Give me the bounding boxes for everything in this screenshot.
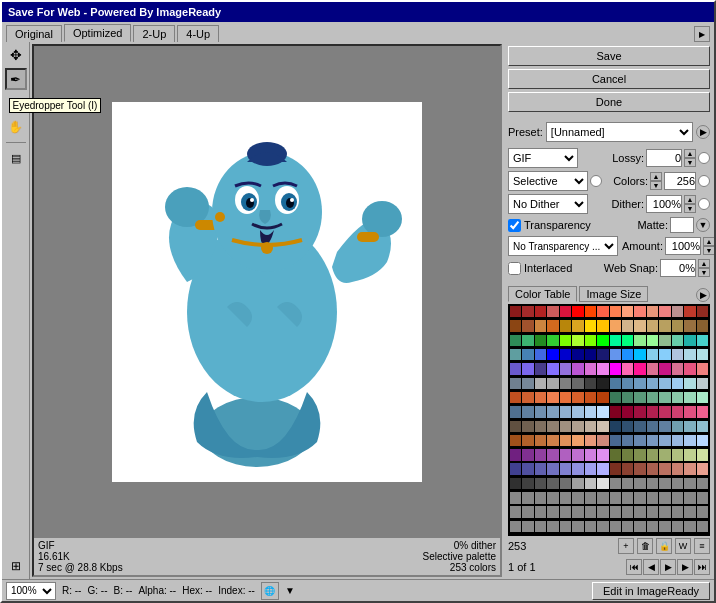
color-cell[interactable]	[684, 320, 695, 331]
color-cell[interactable]	[684, 335, 695, 346]
color-cell[interactable]	[610, 521, 621, 532]
color-cell[interactable]	[684, 521, 695, 532]
color-cell[interactable]	[610, 320, 621, 331]
color-cell[interactable]	[597, 478, 608, 489]
save-button[interactable]: Save	[508, 46, 710, 66]
color-cell[interactable]	[535, 320, 546, 331]
color-cell[interactable]	[634, 320, 645, 331]
color-cell[interactable]	[684, 506, 695, 517]
color-cell[interactable]	[535, 449, 546, 460]
color-cell[interactable]	[560, 478, 571, 489]
color-cell[interactable]	[659, 349, 670, 360]
color-cell[interactable]	[672, 421, 683, 432]
color-cell[interactable]	[684, 463, 695, 474]
color-cell[interactable]	[535, 435, 546, 446]
preview-expand-btn[interactable]: ▶	[694, 26, 710, 42]
color-cell[interactable]	[634, 392, 645, 403]
color-cell[interactable]	[697, 406, 708, 417]
color-cell[interactable]	[597, 506, 608, 517]
color-cell[interactable]	[535, 506, 546, 517]
color-cell[interactable]	[697, 449, 708, 460]
color-cell[interactable]	[560, 421, 571, 432]
color-cell[interactable]	[610, 392, 621, 403]
color-cell[interactable]	[585, 392, 596, 403]
done-button[interactable]: Done	[508, 92, 710, 112]
color-cell[interactable]	[522, 506, 533, 517]
color-cell[interactable]	[610, 435, 621, 446]
color-cell[interactable]	[510, 363, 521, 374]
color-cell[interactable]	[647, 306, 658, 317]
color-cell[interactable]	[672, 478, 683, 489]
toggle-view-btn[interactable]: ⊞	[5, 555, 27, 577]
last-page-btn[interactable]: ⏭	[694, 559, 710, 575]
color-cell[interactable]	[597, 492, 608, 503]
color-cell[interactable]	[547, 449, 558, 460]
color-cell[interactable]	[647, 463, 658, 474]
color-cell[interactable]	[622, 335, 633, 346]
move-tool[interactable]: ✥	[5, 44, 27, 66]
color-cell[interactable]	[560, 406, 571, 417]
color-cell[interactable]	[572, 392, 583, 403]
color-cell[interactable]	[647, 506, 658, 517]
color-cell[interactable]	[597, 320, 608, 331]
color-cell[interactable]	[697, 478, 708, 489]
color-cell[interactable]	[622, 435, 633, 446]
color-cell[interactable]	[622, 421, 633, 432]
color-cell[interactable]	[560, 363, 571, 374]
color-cell[interactable]	[522, 421, 533, 432]
tab-color-table[interactable]: Color Table	[508, 286, 577, 302]
no-transparency-select[interactable]: No Transparency ...	[508, 236, 618, 256]
color-cell[interactable]	[572, 506, 583, 517]
color-cell[interactable]	[622, 506, 633, 517]
color-cell[interactable]	[647, 349, 658, 360]
color-cell[interactable]	[560, 506, 571, 517]
color-cell[interactable]	[572, 335, 583, 346]
color-cell[interactable]	[659, 378, 670, 389]
transparency-checkbox[interactable]	[508, 219, 521, 232]
color-cell[interactable]	[535, 349, 546, 360]
color-cell[interactable]	[622, 492, 633, 503]
color-cell[interactable]	[672, 349, 683, 360]
color-cell[interactable]	[622, 378, 633, 389]
color-cell[interactable]	[560, 449, 571, 460]
color-cell[interactable]	[547, 306, 558, 317]
color-cell[interactable]	[610, 492, 621, 503]
amount-down[interactable]: ▼	[703, 246, 714, 255]
color-cell[interactable]	[659, 406, 670, 417]
color-cell[interactable]	[572, 478, 583, 489]
color-cell[interactable]	[522, 363, 533, 374]
color-cell[interactable]	[684, 392, 695, 403]
color-cell[interactable]	[610, 306, 621, 317]
color-cell[interactable]	[647, 406, 658, 417]
color-cell[interactable]	[585, 378, 596, 389]
color-cell[interactable]	[572, 421, 583, 432]
color-cell[interactable]	[572, 406, 583, 417]
color-cell[interactable]	[597, 392, 608, 403]
color-cell[interactable]	[510, 449, 521, 460]
color-cell[interactable]	[659, 421, 670, 432]
color-cell[interactable]	[672, 406, 683, 417]
amount-up[interactable]: ▲	[703, 237, 714, 246]
color-cell[interactable]	[547, 406, 558, 417]
lossy-input[interactable]	[646, 149, 682, 167]
dither-pct-input[interactable]	[646, 195, 682, 213]
color-cell[interactable]	[697, 506, 708, 517]
color-cell[interactable]	[560, 492, 571, 503]
color-cell[interactable]	[510, 349, 521, 360]
color-cell[interactable]	[585, 463, 596, 474]
color-cell[interactable]	[622, 463, 633, 474]
color-cell[interactable]	[610, 463, 621, 474]
color-cell[interactable]	[535, 492, 546, 503]
color-cell[interactable]	[522, 378, 533, 389]
color-cell[interactable]	[510, 492, 521, 503]
color-cell[interactable]	[522, 306, 533, 317]
color-cell[interactable]	[585, 506, 596, 517]
websnap-down[interactable]: ▼	[698, 268, 710, 277]
color-cell[interactable]	[510, 392, 521, 403]
color-cell[interactable]	[634, 478, 645, 489]
color-cell[interactable]	[585, 449, 596, 460]
color-cell[interactable]	[572, 363, 583, 374]
color-cell[interactable]	[522, 349, 533, 360]
color-cell[interactable]	[510, 306, 521, 317]
color-cell[interactable]	[585, 492, 596, 503]
